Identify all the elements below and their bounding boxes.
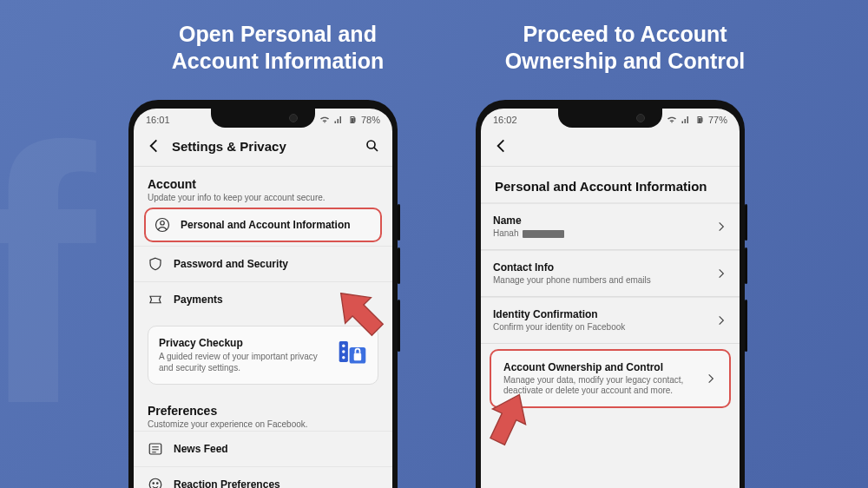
caption-right: Proceed to Account Ownership and Control (477, 21, 773, 76)
caption-right-line1: Proceed to Account (523, 22, 727, 46)
battery-icon (694, 115, 705, 125)
header-bar (481, 131, 740, 167)
row-label: Account Ownership and Control (503, 361, 694, 373)
row-desc: Manage your data, modify your legacy con… (503, 375, 694, 396)
row-security[interactable]: Password and Security (134, 246, 392, 281)
name-first: Hanah (493, 228, 518, 238)
background-logo: f (0, 130, 95, 422)
lock-clipboard-icon (338, 337, 367, 366)
svg-rect-9 (354, 353, 362, 361)
row-label: Identity Confirmation (493, 308, 705, 320)
ticket-icon (148, 292, 163, 307)
row-label: Payments (174, 293, 378, 306)
chevron-right-icon (715, 314, 727, 326)
caption-left-line2: Account Information (172, 49, 384, 73)
status-battery: 78% (361, 115, 380, 125)
section-title: Account (148, 177, 378, 191)
feed-icon (148, 441, 163, 457)
row-desc: Confirm your identity on Facebook (493, 322, 705, 333)
wifi-icon (319, 115, 330, 125)
reaction-icon (148, 477, 163, 488)
header-title: Settings & Privacy (172, 139, 354, 154)
caption-left-line1: Open Personal and (179, 22, 377, 46)
preferences-section: Preferences Customize your experience on… (134, 388, 392, 431)
row-value: Hanah (493, 228, 705, 239)
phone-mockup-left: 16:01 78% Settings & Privacy Accoun (128, 100, 398, 488)
svg-point-3 (161, 221, 165, 226)
power-button (398, 300, 400, 352)
section-subtitle: Update your info to keep your account se… (148, 193, 378, 202)
status-time: 16:01 (146, 115, 170, 125)
row-contact-info[interactable]: Contact Info Manage your phone numbers a… (481, 250, 740, 296)
row-payments[interactable]: Payments (134, 281, 392, 317)
caption-right-line2: Ownership and Control (505, 49, 745, 73)
svg-point-11 (149, 478, 161, 488)
search-button[interactable] (363, 136, 382, 155)
chevron-right-icon (715, 267, 727, 280)
status-bar: 16:01 78% (134, 109, 392, 131)
card-title: Privacy Checkup (159, 337, 329, 349)
row-label: News Feed (174, 443, 378, 455)
back-button[interactable] (491, 136, 510, 155)
row-personal-info[interactable]: Personal and Account Information (144, 208, 382, 242)
account-section: Account Update your info to keep your ac… (134, 167, 392, 204)
phone-mockup-right: 16:02 77% Personal and Account Informati… (476, 100, 745, 488)
svg-point-5 (342, 345, 345, 347)
svg-rect-15 (698, 118, 700, 122)
section-subtitle: Customize your experience on Facebook. (148, 419, 378, 429)
svg-point-1 (367, 141, 375, 148)
row-label: Contact Info (493, 261, 705, 274)
row-reaction[interactable]: Reaction Preferences (134, 466, 392, 488)
section-title: Preferences (148, 404, 378, 418)
volume-up-button (398, 204, 400, 241)
signal-icon (681, 115, 691, 125)
volume-down-button (745, 247, 747, 284)
status-time: 16:02 (493, 115, 517, 125)
row-identity[interactable]: Identity Confirmation Confirm your ident… (481, 297, 740, 343)
page-title: Personal and Account Information (481, 167, 740, 203)
back-button[interactable] (144, 136, 163, 155)
volume-down-button (398, 247, 400, 284)
row-label: Password and Security (174, 258, 378, 270)
power-button (745, 300, 747, 352)
battery-icon (347, 115, 358, 125)
signal-icon (333, 115, 344, 125)
row-label: Name (493, 214, 705, 227)
row-name[interactable]: Name Hanah (481, 203, 740, 249)
svg-point-13 (157, 483, 159, 485)
header-bar: Settings & Privacy (134, 131, 392, 167)
chevron-right-icon (705, 373, 717, 385)
svg-rect-0 (351, 118, 353, 122)
svg-point-6 (342, 350, 345, 353)
name-redacted (523, 230, 564, 238)
person-icon (155, 217, 170, 233)
status-battery: 77% (708, 115, 727, 125)
privacy-checkup-card[interactable]: Privacy Checkup A guided review of your … (148, 326, 378, 385)
row-news-feed[interactable]: News Feed (134, 431, 392, 466)
svg-point-12 (153, 483, 155, 485)
caption-left: Open Personal and Account Information (130, 21, 425, 76)
card-desc: A guided review of your important privac… (159, 352, 329, 373)
wifi-icon (667, 115, 677, 125)
row-label: Personal and Account Information (181, 219, 372, 231)
svg-point-7 (342, 356, 345, 359)
shield-icon (148, 256, 163, 272)
chevron-right-icon (715, 221, 727, 233)
row-desc: Manage your phone numbers and emails (493, 275, 705, 286)
status-bar: 16:02 77% (481, 109, 740, 131)
row-account-ownership[interactable]: Account Ownership and Control Manage you… (490, 349, 731, 408)
volume-up-button (745, 204, 747, 241)
row-label: Reaction Preferences (174, 478, 378, 488)
